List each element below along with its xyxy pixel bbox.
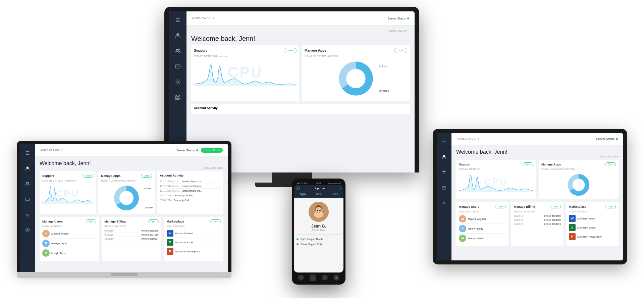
user-avatar: R — [42, 240, 50, 247]
app-item: X Microsoft Excel — [167, 238, 221, 247]
invoice-item: 05/29/16 Invoice 5598596 — [514, 214, 561, 218]
svg-point-14 — [346, 69, 365, 88]
phone-apps-btn[interactable]: ◉ — [333, 275, 339, 281]
laptop-support-btn[interactable]: Open — [83, 174, 93, 178]
phone-home-btn[interactable]: ⌂ — [310, 275, 316, 281]
laptop-content: Welcome back, Jenn! 11/32 Users Online S… — [35, 156, 228, 272]
tablet-cpu-chart: CPU — [459, 172, 533, 192]
tablet-donut — [541, 172, 616, 197]
monitor-brand: ACME CPA CO. ▾ — [192, 17, 214, 20]
phone-nav-home[interactable]: HOME — [299, 193, 306, 196]
sidebar-settings-icon[interactable] — [173, 77, 182, 87]
laptop-apps-list: W Microsoft Word X Microsoft Excel — [167, 229, 221, 256]
tablet-marketplace-btn[interactable]: Open — [605, 205, 616, 208]
laptop-user-item: M Maryln Newt — [42, 248, 96, 258]
laptop-server-status: Server Status — [176, 149, 198, 152]
phone-profile: Jenn G. Admin User Open Support Tickets … — [294, 198, 343, 272]
tablet-billing-btn[interactable]: Open — [550, 205, 561, 208]
ppt-icon: P — [569, 233, 576, 240]
laptop-menu-icon[interactable]: ☰ — [23, 148, 32, 158]
laptop-main: ACME CPA CO. ▾ Server Status Launch Clou… — [35, 144, 228, 272]
ppt-icon: P — [167, 248, 173, 255]
tablet-brand: ACME CPA CO. ▾ — [457, 137, 479, 140]
tablet-top-cards: Support Open SERVER METRICS CPU — [456, 160, 619, 199]
laptop-support-icon[interactable] — [23, 226, 32, 235]
laptop-invoices-list: 05/29/16 Invoice 5598596 02/13/16 Invoic… — [104, 229, 158, 241]
laptop-billing-icon[interactable] — [23, 195, 32, 204]
phone-nav-apps[interactable]: APPS — [332, 193, 338, 196]
tablet-frame: ☰ — [433, 129, 627, 264]
laptop: ☰ — [17, 141, 231, 278]
activity-item: 12.11.2016 @ 2:1... Brett Daniels cha... — [160, 189, 221, 193]
tablet-billing-icon[interactable] — [439, 183, 449, 193]
svg-point-1 — [176, 49, 178, 51]
monitor-top-cards: Support Open SERVER METRICS Resource ▾ C… — [191, 45, 410, 101]
phone-menu-item-2[interactable]: Create Support Ticket — [297, 242, 341, 247]
tablet-marketplace-card: Marketplace Open POPULAR APPS W Microsof… — [566, 202, 619, 246]
word-icon: W — [569, 215, 576, 222]
monitor-support-open-btn[interactable]: Open — [284, 48, 297, 53]
sidebar-menu-icon[interactable]: ☰ — [173, 15, 182, 25]
tablet: ☰ — [433, 129, 627, 264]
laptop-users-icon[interactable] — [23, 179, 32, 189]
excel-icon: X — [167, 239, 173, 246]
phone-back-btn[interactable]: ◁ — [298, 275, 304, 281]
laptop-launch-btn[interactable]: Launch Cloud — [201, 148, 223, 153]
tablet-menu-icon[interactable]: ☰ — [439, 137, 449, 146]
laptop-donut-area: In Use Un-used — [101, 183, 152, 211]
svg-point-5 — [177, 81, 179, 83]
svg-point-27 — [442, 171, 444, 172]
phone-menu-item-1[interactable]: Open Support Tickets — [297, 237, 341, 242]
phone-search-btn[interactable]: ○ — [322, 275, 328, 281]
monitor-apps-header: Manage Apps Open — [305, 48, 407, 53]
monitor-apps-open-btn[interactable]: Open — [394, 48, 407, 53]
tablet-user-icon[interactable] — [439, 152, 449, 162]
tablet-support-card: Support Open SERVER METRICS CPU — [456, 160, 536, 199]
tablet-users-icon[interactable] — [439, 168, 449, 177]
laptop-user-icon[interactable] — [23, 164, 32, 173]
tablet-apps-btn[interactable]: Open — [605, 162, 616, 166]
tablet-users-btn[interactable]: Open — [495, 205, 506, 208]
svg-point-20 — [27, 214, 29, 216]
monitor-support-subtitle: SERVER METRICS Resource ▾ — [194, 55, 297, 58]
invoice-item: 11/25/16 Invoice 9968474 — [514, 222, 561, 226]
monitor-donut-wrapper: In Use Un-used — [305, 59, 407, 98]
user-avatar: M — [42, 230, 50, 237]
tablet-user: M Maxine Allyson — [459, 214, 506, 224]
laptop-marketplace-btn[interactable]: Open — [210, 219, 221, 223]
tablet-settings-icon[interactable] — [439, 199, 449, 208]
tablet-manage-users-card: Manage Users Open POPULAR USERS M Maxine… — [456, 202, 508, 246]
laptop-activity-list: 12.12.2016 @ 1:4... Maxine Allyson rec..… — [160, 179, 221, 202]
phone-profile-name: Jenn G. — [311, 224, 326, 229]
laptop-users-btn[interactable]: Open — [86, 219, 96, 223]
user-avatar: M — [459, 215, 466, 222]
laptop-billing-btn[interactable]: Open — [148, 219, 159, 223]
app-item: X Microsoft Excel — [569, 223, 616, 232]
laptop-apps-btn[interactable]: Open — [141, 174, 152, 178]
activity-item: 12.12.2016 @ 4:4... Lawrence Harvey... — [160, 184, 221, 189]
app-item: P Microsoft Powerpoint — [167, 247, 221, 256]
sidebar-billing-icon[interactable] — [173, 62, 182, 71]
laptop-manage-users-card: Manage Users Open POPULAR USERS M Maxine… — [40, 217, 99, 261]
tablet-support-btn[interactable]: Open — [523, 162, 533, 166]
phone-nav-team[interactable]: TEAM — [316, 193, 322, 196]
laptop-manage-billing-card: Manage Billing Open RECENT INVOICES 05/2… — [102, 217, 161, 261]
sidebar-support-icon[interactable] — [173, 93, 182, 102]
invoice-item: 05/29/16 Invoice 5598596 — [104, 229, 158, 233]
tablet-main: ACME CPA CO. ▾ Server Status Welcome bac… — [451, 133, 623, 260]
sidebar-user-icon[interactable] — [173, 31, 182, 40]
svg-rect-29 — [442, 187, 446, 189]
laptop-top-cards: Support Open SERVER METRICS Resource ▾ C… — [40, 171, 223, 214]
laptop-settings-icon[interactable] — [23, 210, 32, 219]
svg-rect-3 — [175, 65, 180, 68]
svg-point-28 — [444, 171, 446, 172]
sidebar-users-icon[interactable] — [173, 46, 182, 56]
tablet-welcome: Welcome back, Jenn! — [456, 149, 507, 155]
tablet-user: M Maryln Newt — [459, 234, 506, 243]
svg-point-16 — [26, 182, 28, 184]
activity-item: 12.12.2016 @ 1:4... Maxine Allyson rec..… — [160, 179, 221, 184]
monitor-account-activity: Account Activity — [191, 104, 410, 114]
phone-app-ui: 9 9 portal ▾ HOME TEAM — [294, 185, 343, 272]
phone-profile-role: Admin User — [312, 229, 326, 232]
laptop-manage-apps-card: Manage Apps Open USING 112/750 APPLICATI… — [98, 171, 154, 214]
